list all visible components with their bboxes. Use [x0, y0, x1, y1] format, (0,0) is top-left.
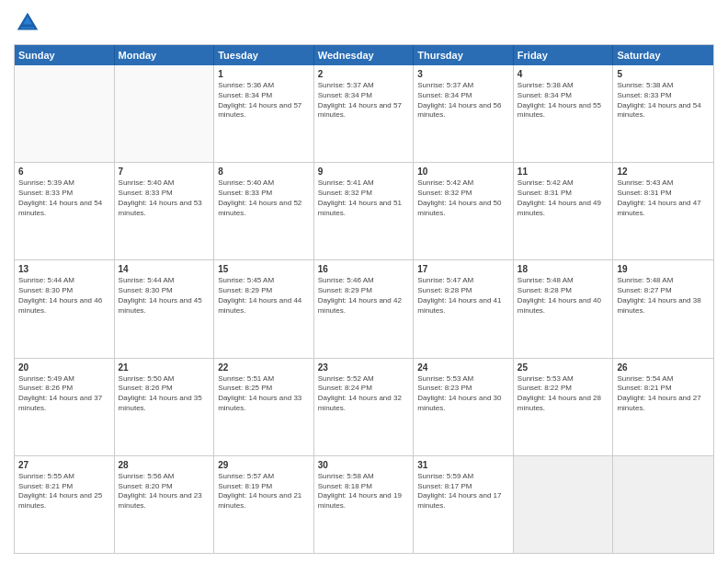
header-day-saturday: Saturday [613, 45, 713, 65]
day-info: Sunrise: 5:55 AM Sunset: 8:21 PM Dayligh… [18, 472, 110, 511]
day-cell-24: 24Sunrise: 5:53 AM Sunset: 8:23 PM Dayli… [414, 359, 514, 455]
day-number: 3 [417, 68, 509, 80]
day-info: Sunrise: 5:58 AM Sunset: 8:18 PM Dayligh… [318, 472, 410, 511]
day-info: Sunrise: 5:41 AM Sunset: 8:32 PM Dayligh… [318, 178, 410, 218]
day-cell-27: 27Sunrise: 5:55 AM Sunset: 8:21 PM Dayli… [15, 456, 115, 553]
day-cell-30: 30Sunrise: 5:58 AM Sunset: 8:18 PM Dayli… [314, 456, 415, 553]
day-info: Sunrise: 5:37 AM Sunset: 8:34 PM Dayligh… [417, 81, 509, 121]
page: SundayMondayTuesdayWednesdayThursdayFrid… [0, 0, 728, 563]
day-info: Sunrise: 5:36 AM Sunset: 8:34 PM Dayligh… [218, 81, 310, 121]
header-day-monday: Monday [115, 45, 215, 65]
day-number: 21 [119, 362, 210, 373]
week-row-5: 27Sunrise: 5:55 AM Sunset: 8:21 PM Dayli… [15, 456, 713, 553]
day-cell-8: 8Sunrise: 5:40 AM Sunset: 8:33 PM Daylig… [214, 163, 314, 259]
day-cell-4: 4Sunrise: 5:38 AM Sunset: 8:34 PM Daylig… [514, 65, 614, 162]
day-cell-26: 26Sunrise: 5:54 AM Sunset: 8:21 PM Dayli… [613, 359, 713, 455]
day-cell-3: 3Sunrise: 5:37 AM Sunset: 8:34 PM Daylig… [414, 65, 514, 162]
day-number: 19 [617, 263, 710, 275]
day-cell-16: 16Sunrise: 5:46 AM Sunset: 8:29 PM Dayli… [314, 260, 415, 357]
header-day-friday: Friday [514, 45, 614, 65]
week-row-2: 6Sunrise: 5:39 AM Sunset: 8:33 PM Daylig… [15, 163, 713, 260]
day-number: 20 [18, 362, 110, 373]
day-number: 8 [218, 166, 310, 178]
day-number: 29 [218, 459, 310, 471]
day-number: 10 [417, 166, 509, 178]
day-info: Sunrise: 5:39 AM Sunset: 8:33 PM Dayligh… [18, 178, 110, 218]
day-number: 30 [318, 459, 410, 471]
day-cell-22: 22Sunrise: 5:51 AM Sunset: 8:25 PM Dayli… [214, 359, 314, 455]
calendar-body: 1Sunrise: 5:36 AM Sunset: 8:34 PM Daylig… [15, 65, 713, 553]
day-number: 5 [617, 68, 710, 80]
day-info: Sunrise: 5:45 AM Sunset: 8:29 PM Dayligh… [218, 276, 310, 316]
day-cell-29: 29Sunrise: 5:57 AM Sunset: 8:19 PM Dayli… [214, 456, 314, 553]
day-cell-31: 31Sunrise: 5:59 AM Sunset: 8:17 PM Dayli… [414, 456, 514, 553]
week-row-1: 1Sunrise: 5:36 AM Sunset: 8:34 PM Daylig… [15, 65, 713, 163]
week-row-4: 20Sunrise: 5:49 AM Sunset: 8:26 PM Dayli… [15, 359, 713, 456]
day-cell-23: 23Sunrise: 5:52 AM Sunset: 8:24 PM Dayli… [314, 359, 415, 455]
day-info: Sunrise: 5:48 AM Sunset: 8:28 PM Dayligh… [518, 276, 609, 316]
day-number: 16 [318, 263, 410, 275]
day-info: Sunrise: 5:44 AM Sunset: 8:30 PM Dayligh… [18, 276, 110, 316]
day-cell-28: 28Sunrise: 5:56 AM Sunset: 8:20 PM Dayli… [115, 456, 215, 553]
day-number: 31 [417, 459, 509, 471]
calendar-header: SundayMondayTuesdayWednesdayThursdayFrid… [15, 45, 713, 65]
day-info: Sunrise: 5:53 AM Sunset: 8:23 PM Dayligh… [417, 374, 509, 414]
day-number: 12 [617, 166, 710, 178]
day-number: 14 [119, 263, 210, 275]
day-number: 9 [318, 166, 410, 178]
logo-icon [14, 9, 41, 37]
day-number: 11 [518, 166, 609, 178]
day-cell-2: 2Sunrise: 5:37 AM Sunset: 8:34 PM Daylig… [314, 65, 415, 162]
empty-cell [613, 456, 713, 553]
header-day-tuesday: Tuesday [214, 45, 314, 65]
header-day-wednesday: Wednesday [314, 45, 415, 65]
day-cell-9: 9Sunrise: 5:41 AM Sunset: 8:32 PM Daylig… [314, 163, 415, 259]
day-number: 17 [417, 263, 509, 275]
day-info: Sunrise: 5:53 AM Sunset: 8:22 PM Dayligh… [518, 374, 609, 414]
day-number: 22 [218, 362, 310, 373]
empty-cell [15, 65, 115, 162]
day-cell-15: 15Sunrise: 5:45 AM Sunset: 8:29 PM Dayli… [214, 260, 314, 357]
day-cell-21: 21Sunrise: 5:50 AM Sunset: 8:26 PM Dayli… [115, 359, 215, 455]
day-cell-17: 17Sunrise: 5:47 AM Sunset: 8:28 PM Dayli… [414, 260, 514, 357]
day-info: Sunrise: 5:49 AM Sunset: 8:26 PM Dayligh… [18, 374, 110, 414]
day-number: 2 [318, 68, 410, 80]
day-info: Sunrise: 5:56 AM Sunset: 8:20 PM Dayligh… [119, 472, 210, 511]
empty-cell [514, 456, 614, 553]
day-number: 23 [318, 362, 410, 373]
day-info: Sunrise: 5:54 AM Sunset: 8:21 PM Dayligh… [617, 374, 710, 414]
day-number: 1 [218, 68, 310, 80]
day-cell-19: 19Sunrise: 5:48 AM Sunset: 8:27 PM Dayli… [613, 260, 713, 357]
day-number: 28 [119, 459, 210, 471]
day-cell-25: 25Sunrise: 5:53 AM Sunset: 8:22 PM Dayli… [514, 359, 614, 455]
day-info: Sunrise: 5:47 AM Sunset: 8:28 PM Dayligh… [417, 276, 509, 316]
day-info: Sunrise: 5:37 AM Sunset: 8:34 PM Dayligh… [318, 81, 410, 121]
day-cell-10: 10Sunrise: 5:42 AM Sunset: 8:32 PM Dayli… [414, 163, 514, 259]
day-number: 24 [417, 362, 509, 373]
day-cell-18: 18Sunrise: 5:48 AM Sunset: 8:28 PM Dayli… [514, 260, 614, 357]
day-number: 13 [18, 263, 110, 275]
day-info: Sunrise: 5:46 AM Sunset: 8:29 PM Dayligh… [318, 276, 410, 316]
day-info: Sunrise: 5:57 AM Sunset: 8:19 PM Dayligh… [218, 472, 310, 511]
day-cell-1: 1Sunrise: 5:36 AM Sunset: 8:34 PM Daylig… [214, 65, 314, 162]
day-info: Sunrise: 5:43 AM Sunset: 8:31 PM Dayligh… [617, 178, 710, 218]
header-day-sunday: Sunday [15, 45, 115, 65]
day-info: Sunrise: 5:50 AM Sunset: 8:26 PM Dayligh… [119, 374, 210, 414]
empty-cell [115, 65, 215, 162]
day-number: 18 [518, 263, 609, 275]
day-info: Sunrise: 5:51 AM Sunset: 8:25 PM Dayligh… [218, 374, 310, 414]
day-info: Sunrise: 5:48 AM Sunset: 8:27 PM Dayligh… [617, 276, 710, 316]
day-info: Sunrise: 5:40 AM Sunset: 8:33 PM Dayligh… [119, 178, 210, 218]
day-info: Sunrise: 5:59 AM Sunset: 8:17 PM Dayligh… [417, 472, 509, 511]
day-number: 4 [518, 68, 609, 80]
week-row-3: 13Sunrise: 5:44 AM Sunset: 8:30 PM Dayli… [15, 260, 713, 358]
day-info: Sunrise: 5:42 AM Sunset: 8:32 PM Dayligh… [417, 178, 509, 218]
calendar: SundayMondayTuesdayWednesdayThursdayFrid… [14, 44, 714, 554]
day-cell-12: 12Sunrise: 5:43 AM Sunset: 8:31 PM Dayli… [613, 163, 713, 259]
header-day-thursday: Thursday [414, 45, 514, 65]
day-cell-13: 13Sunrise: 5:44 AM Sunset: 8:30 PM Dayli… [15, 260, 115, 357]
day-info: Sunrise: 5:52 AM Sunset: 8:24 PM Dayligh… [318, 374, 410, 414]
svg-rect-2 [22, 25, 33, 28]
day-info: Sunrise: 5:40 AM Sunset: 8:33 PM Dayligh… [218, 178, 310, 218]
day-info: Sunrise: 5:42 AM Sunset: 8:31 PM Dayligh… [518, 178, 609, 218]
